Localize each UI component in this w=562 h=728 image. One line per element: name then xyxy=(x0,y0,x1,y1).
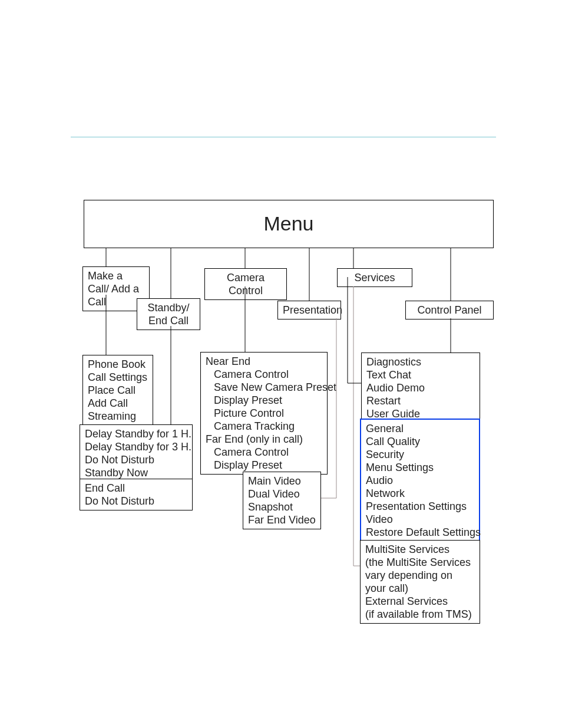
list-item: Picture Control xyxy=(206,407,322,420)
list-item: Diagnostics xyxy=(366,355,475,368)
list-item: (if available from TMS) xyxy=(365,608,475,621)
list-item: Place Call xyxy=(88,384,148,397)
list-item: General xyxy=(366,422,474,435)
list-item: your call) xyxy=(365,582,475,595)
camera-control-submenu: Near EndCamera ControlSave New Camera Pr… xyxy=(200,352,328,475)
list-item: Do Not Disturb xyxy=(85,453,187,466)
page: Menu Make a Call/ Add a Call Standby/ En… xyxy=(0,0,562,728)
control-panel-submenu-settings-highlighted: GeneralCall QualitySecurityMenu Settings… xyxy=(360,419,480,542)
list-item: Far End Video xyxy=(248,513,316,526)
list-item: Text Chat xyxy=(366,368,475,381)
list-item: Main Video xyxy=(248,475,316,487)
list-item: Standby Now xyxy=(85,466,187,479)
standby-submenu-options: Delay Standby for 1 H.Delay Standby for … xyxy=(80,424,193,482)
presentation-submenu: Main VideoDual VideoSnapshotFar End Vide… xyxy=(243,472,321,529)
list-item: Audio Demo xyxy=(366,381,475,394)
item-camera-control: Camera Control xyxy=(204,268,287,300)
standby-submenu-endcall: End CallDo Not Disturb xyxy=(80,479,193,510)
list-item: Camera Control xyxy=(206,368,322,381)
list-item: Do Not Disturb xyxy=(85,495,187,508)
list-item: Call Settings xyxy=(88,371,148,384)
make-a-call-submenu: Phone BookCall SettingsPlace CallAdd Cal… xyxy=(82,355,153,426)
group-header: Far End (only in call) xyxy=(206,433,322,446)
list-item: Display Preset xyxy=(206,394,322,407)
group-header: Near End xyxy=(206,355,322,368)
list-item: Delay Standby for 1 H. xyxy=(85,427,187,440)
list-item: Delay Standby for 3 H. xyxy=(85,440,187,453)
services-submenu: MultiSite Services(the MultiSite Service… xyxy=(360,540,480,624)
list-item: Call Quality xyxy=(366,435,474,448)
list-item: Presentation Settings xyxy=(366,500,474,513)
list-item: Streaming xyxy=(88,410,148,423)
list-item: Dual Video xyxy=(248,487,316,500)
list-item: MultiSite Services xyxy=(365,543,475,556)
list-item: Restart xyxy=(366,394,475,407)
list-item: Snapshot xyxy=(248,500,316,513)
list-item: (the MultiSite Services xyxy=(365,556,475,569)
menu-root-box: Menu xyxy=(84,200,494,248)
list-item: Phone Book xyxy=(88,358,148,371)
item-services: Services xyxy=(337,268,412,287)
item-standby-end-call: Standby/ End Call xyxy=(137,298,200,330)
list-item: External Services xyxy=(365,595,475,608)
list-item: Video xyxy=(366,513,474,526)
horizontal-rule xyxy=(71,137,496,137)
list-item: Menu Settings xyxy=(366,461,474,474)
control-panel-submenu-tools: DiagnosticsText ChatAudio DemoRestartUse… xyxy=(361,353,480,423)
item-presentation: Presentation xyxy=(277,301,341,319)
list-item: Security xyxy=(366,448,474,461)
list-item: Camera Control xyxy=(206,446,322,459)
item-control-panel: Control Panel xyxy=(405,301,494,319)
list-item: Display Preset xyxy=(206,459,322,472)
list-item: Restore Default Settings xyxy=(366,526,474,539)
list-item: vary depending on xyxy=(365,569,475,582)
list-item: Camera Tracking xyxy=(206,420,322,433)
list-item: Network xyxy=(366,487,474,500)
list-item: End Call xyxy=(85,482,187,495)
list-item: Save New Camera Preset xyxy=(206,381,322,394)
list-item: Audio xyxy=(366,474,474,487)
list-item: Add Call xyxy=(88,397,148,410)
